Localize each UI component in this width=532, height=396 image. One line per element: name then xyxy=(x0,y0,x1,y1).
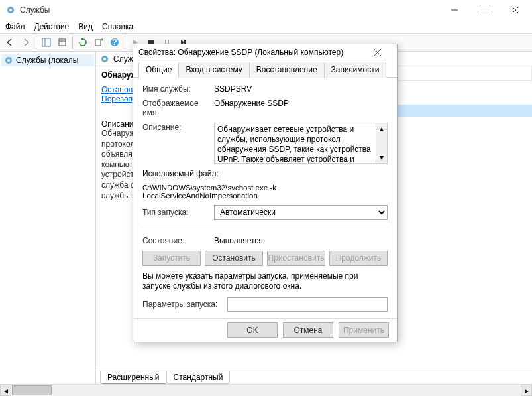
refresh-button[interactable] xyxy=(76,35,90,50)
bottom-tabs: Расширенный Стандартный xyxy=(96,371,532,384)
tab-extended[interactable]: Расширенный xyxy=(100,371,167,384)
app-icon xyxy=(5,5,16,15)
help-button[interactable]: ? xyxy=(107,35,122,50)
tab-dependencies[interactable]: Зависимости xyxy=(324,62,387,78)
pause-button[interactable]: Приостановить xyxy=(267,251,325,266)
properties-dialog: Свойства: Обнаружение SSDP (Локальный ко… xyxy=(133,44,398,342)
dialog-titlebar: Свойства: Обнаружение SSDP (Локальный ко… xyxy=(133,44,397,61)
gear-icon xyxy=(4,56,13,65)
params-input[interactable] xyxy=(227,297,388,312)
tab-standard[interactable]: Стандартный xyxy=(166,371,231,384)
svg-rect-8 xyxy=(59,39,66,46)
startup-label: Тип запуска: xyxy=(142,208,209,217)
scroll-up-icon[interactable]: ▴ xyxy=(376,123,387,135)
startup-select[interactable]: Автоматически xyxy=(214,205,388,220)
show-hide-tree-button[interactable] xyxy=(39,35,54,50)
svg-point-18 xyxy=(7,59,10,62)
export-button[interactable] xyxy=(91,35,106,50)
tree-root-item[interactable]: Службы (локалы xyxy=(1,54,94,66)
tab-logon[interactable]: Вход в систему xyxy=(178,62,249,78)
apply-button[interactable]: Применить xyxy=(339,322,389,338)
window-title: Службы xyxy=(20,5,439,15)
svg-point-1 xyxy=(9,9,12,11)
start-button[interactable]: Запустить xyxy=(142,251,201,266)
scroll-right-button[interactable]: ▸ xyxy=(521,385,532,396)
forward-button[interactable] xyxy=(19,35,33,50)
maximize-button[interactable] xyxy=(470,0,500,20)
menu-view[interactable]: Вид xyxy=(78,22,93,31)
svc-name-label: Имя службы: xyxy=(142,84,209,94)
disp-name-value: Обнаружение SSDP xyxy=(214,99,388,108)
state-value: Выполняется xyxy=(214,236,388,245)
params-label: Параметры запуска: xyxy=(142,300,222,309)
svg-rect-6 xyxy=(42,38,50,46)
svg-text:?: ? xyxy=(112,38,117,47)
tree-root-label: Службы (локалы xyxy=(16,56,78,65)
desc-label: Описание: xyxy=(142,123,209,132)
titlebar: Службы xyxy=(0,0,532,20)
scrollbar-horizontal[interactable]: ◂ ▸ xyxy=(0,384,532,396)
menu-file[interactable]: Файл xyxy=(5,22,25,31)
tab-recovery[interactable]: Восстановление xyxy=(249,62,325,78)
back-button[interactable] xyxy=(3,35,17,50)
dialog-tabs: Общие Вход в систему Восстановление Зави… xyxy=(133,61,397,78)
desc-scrollbar[interactable]: ▴ ▾ xyxy=(376,123,387,163)
gear-icon xyxy=(100,54,109,64)
desc-box: Обнаруживает сетевые устройства и службы… xyxy=(214,123,388,164)
params-hint: Вы можете указать параметры запуска, при… xyxy=(142,271,388,292)
cancel-button[interactable]: Отмена xyxy=(283,322,333,338)
desc-text: Обнаруживает сетевые устройства и службы… xyxy=(217,125,371,164)
scroll-down-icon[interactable]: ▾ xyxy=(376,152,387,163)
menu-action[interactable]: Действие xyxy=(34,22,70,31)
tab-general[interactable]: Общие xyxy=(138,62,179,78)
exe-label: Исполняемый файл: xyxy=(142,169,388,178)
dialog-title: Свойства: Обнаружение SSDP (Локальный ко… xyxy=(138,48,374,57)
svg-rect-3 xyxy=(482,7,488,13)
scroll-thumb[interactable] xyxy=(12,385,52,395)
resume-button[interactable]: Продолжить xyxy=(329,251,388,266)
exe-value: C:\WINDOWS\system32\svchost.exe -k Local… xyxy=(142,184,388,200)
svg-point-20 xyxy=(103,58,106,60)
ok-button[interactable]: OK xyxy=(227,322,278,338)
minimize-button[interactable] xyxy=(439,0,470,20)
scroll-left-button[interactable]: ◂ xyxy=(0,385,11,396)
menubar: Файл Действие Вид Справка xyxy=(0,20,532,33)
dialog-close-button[interactable] xyxy=(374,49,392,56)
state-label: Состояние: xyxy=(142,236,209,245)
svg-rect-10 xyxy=(95,40,101,46)
svc-name-value: SSDPSRV xyxy=(214,84,388,94)
disp-name-label: Отображаемое имя: xyxy=(142,99,209,117)
stop-button[interactable]: Остановить xyxy=(205,251,263,266)
tree-pane: Службы (локалы xyxy=(0,52,96,384)
menu-help[interactable]: Справка xyxy=(102,22,133,31)
close-button[interactable] xyxy=(500,0,531,20)
properties-button[interactable] xyxy=(55,35,70,50)
